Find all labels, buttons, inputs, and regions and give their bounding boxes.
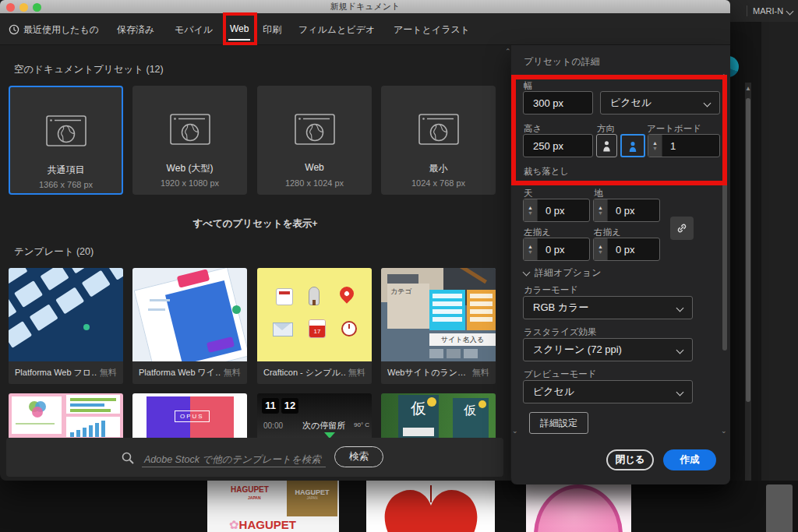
template-card-station-sign[interactable]: 11 12 00:00 次の停留所 90° C [257, 393, 372, 438]
create-button[interactable]: 作成 [663, 449, 716, 470]
scroll-up-icon[interactable]: ▲ [745, 86, 751, 92]
search-input[interactable]: Adobe Stock で他のテンプレートを検索 [144, 453, 321, 467]
green-arrow-icon [324, 432, 335, 438]
recent-files-strip: HAGUPET JAPAN HAGUPET JAPAN ✿HAGUPET [0, 481, 798, 532]
calendar-icon: 17 [309, 319, 326, 338]
bleed-left-field[interactable]: ▲▼ 0 px [523, 238, 590, 261]
preset-card-web[interactable]: Web 1280 x 1024 px [257, 86, 372, 195]
workspace-selector[interactable]: MARI-N [753, 6, 793, 16]
stepper-control[interactable]: ▲▼ [594, 199, 608, 221]
recent-file-thumbnail-hagupet[interactable]: HAGUPET JAPAN HAGUPET JAPAN ✿HAGUPET [207, 481, 339, 532]
web-document-icon [418, 114, 459, 145]
minimize-window-button[interactable] [19, 3, 28, 12]
template-card-charts[interactable] [9, 393, 123, 438]
opus-label: OPUS [175, 410, 210, 422]
raster-effects-dropdown[interactable]: スクリーン (72 ppi) [523, 338, 693, 361]
calendar-day: 17 [309, 326, 325, 338]
category-text: カテゴ [390, 287, 412, 295]
scroll-down-icon[interactable]: ⌄ [512, 428, 518, 435]
poster: 仮 [398, 395, 439, 438]
stepper-control[interactable]: ▲▼ [594, 238, 608, 260]
brand-text: HAGUPET [239, 518, 296, 531]
bleed-right-label: 右揃え [594, 227, 621, 238]
template-thumbnail [132, 268, 247, 361]
tile [55, 287, 84, 315]
brand-sub-text: JAPAN [248, 495, 261, 500]
bleed-bottom-value: 0 px [616, 205, 635, 217]
green-dot [232, 305, 241, 314]
web-document-icon [170, 114, 210, 145]
annotation-web-tab [223, 12, 257, 45]
scroll-down-icon[interactable]: ⌄ [721, 428, 727, 435]
bleed-left-value: 0 px [546, 244, 565, 255]
template-card-platforma-wire[interactable]: Platforma Web ワイ…無料 [132, 268, 247, 384]
presets-section-title: 空のドキュメントプリセット (12) [14, 63, 164, 76]
template-card-crafticon[interactable]: 17 Crafticon - シンプル…無料 [257, 268, 372, 384]
temp-text: 90° C [354, 421, 369, 428]
bleed-right-field[interactable]: ▲▼ 0 px [593, 238, 660, 261]
tab-mobile[interactable]: モバイル [175, 23, 213, 37]
time-text: 00:00 [263, 421, 283, 430]
topbar-divider [747, 5, 747, 16]
stepper-control[interactable]: ▲▼ [524, 199, 538, 221]
bleed-right-value: 0 px [616, 244, 635, 255]
link-bleed-values-button[interactable] [670, 217, 694, 240]
stepper-control[interactable]: ▲▼ [524, 238, 538, 260]
zoom-window-button[interactable] [33, 3, 41, 12]
preview-mode-dropdown[interactable]: ピクセル [523, 380, 693, 403]
recent-file-thumbnail-balloon[interactable] [526, 481, 631, 532]
tab-film-video[interactable]: フィルムとビデオ [298, 23, 375, 37]
color-mode-dropdown[interactable]: RGB カラー [523, 296, 693, 319]
chevron-down-icon [676, 346, 684, 354]
preset-card-common[interactable]: 共通項目 1366 x 768 px [9, 86, 123, 195]
template-card-web-landing[interactable]: カテゴ サイト名入る Webサイトのラン…無料 [381, 268, 496, 384]
dialog-title: 新規ドキュメント [330, 1, 401, 12]
advanced-options-toggle[interactable]: 詳細オプション [524, 266, 601, 280]
preset-dimensions: 1366 x 768 px [10, 180, 122, 189]
tab-recent[interactable]: 最近使用したもの [23, 23, 99, 37]
green-dot [83, 324, 90, 330]
tab-saved[interactable]: 保存済み [117, 23, 154, 37]
template-price: 無料 [472, 367, 489, 379]
chevron-down-icon [523, 268, 531, 276]
recent-file-thumbnail-heart[interactable] [366, 481, 495, 532]
preset-card-web-large[interactable]: Web (大型) 1920 x 1080 px [132, 86, 247, 195]
tab-print[interactable]: 印刷 [263, 23, 281, 37]
search-button[interactable]: 検索 [334, 446, 383, 467]
preview-mode-label: プレビューモード [524, 368, 597, 380]
isometric-grid [9, 268, 123, 361]
search-underline [142, 467, 326, 467]
digit: 11 [265, 400, 276, 411]
digit: 12 [284, 400, 295, 411]
color-mode-label: カラーモード [524, 284, 578, 296]
tile [14, 280, 43, 308]
next-stop-text: 次の停留所 [302, 420, 345, 432]
advanced-options-label: 詳細オプション [535, 266, 601, 280]
kari-text: 仮 [464, 403, 476, 419]
color-mode-value: RGB カラー [533, 301, 588, 315]
kari-text: 仮 [411, 398, 426, 419]
preset-name: 共通項目 [10, 164, 122, 177]
preset-dimensions: 1024 x 768 px [381, 178, 496, 188]
template-name: Platforma Web フロ… [15, 367, 97, 379]
background-scrollbar-thumb[interactable] [746, 98, 750, 402]
close-window-button[interactable] [6, 3, 15, 12]
template-card-opus[interactable]: OPUS [132, 393, 247, 438]
tab-art-illust[interactable]: アートとイラスト [394, 23, 470, 37]
pen-nib-icon [309, 287, 320, 305]
bleed-bottom-field[interactable]: ▲▼ 0 px [593, 199, 660, 222]
template-card-platforma-flow[interactable]: Platforma Web フロ…無料 [9, 268, 123, 384]
show-all-presets-link[interactable]: すべてのプリセットを表示+ [0, 217, 510, 231]
close-button[interactable]: 閉じる [606, 449, 654, 470]
template-card-kari-poster[interactable]: 仮 仮 [381, 393, 496, 438]
preset-card-minimum[interactable]: 最小 1024 x 768 px [381, 86, 496, 195]
bleed-left-label: 左揃え [524, 227, 551, 238]
advanced-settings-button[interactable]: 詳細設定 [529, 412, 588, 434]
template-name: Platforma Web ワイ… [139, 367, 221, 379]
brand-text: HAGUPET [287, 488, 337, 496]
create-button-label: 作成 [680, 453, 700, 467]
preset-name: Web [257, 162, 372, 173]
search-button-label: 検索 [349, 450, 369, 463]
bleed-top-field[interactable]: ▲▼ 0 px [523, 199, 590, 222]
advanced-settings-label: 詳細設定 [540, 417, 577, 430]
